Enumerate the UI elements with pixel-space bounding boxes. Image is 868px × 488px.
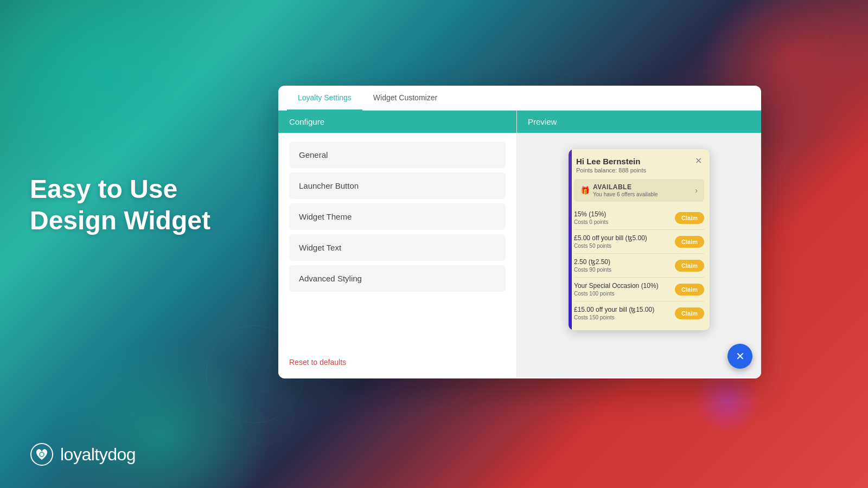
- logo-text: loyaltydog: [60, 445, 136, 465]
- claim-button-3[interactable]: Claim: [675, 284, 704, 296]
- offer-title-3: Your Special Occasion (10%): [574, 282, 675, 290]
- claim-button-4[interactable]: Claim: [675, 307, 704, 319]
- preview-content: Hi Lee Bernstein Points balance: 888 poi…: [517, 133, 761, 377]
- offer-row-2: 2.50 (ꜩ2.50) Costs 90 points Claim: [574, 254, 704, 278]
- offer-title-0: 15% (15%): [574, 210, 675, 218]
- float-close-icon: ✕: [736, 350, 745, 363]
- offer-row-1: £5.00 off your bill (ꜩ5.00) Costs 50 poi…: [574, 230, 704, 254]
- logo-icon: [30, 442, 54, 466]
- configure-panel: Configure General Launcher Button Widget…: [278, 111, 517, 377]
- menu-item-general[interactable]: General: [289, 142, 506, 168]
- offer-cost-1: Costs 50 points: [574, 243, 675, 249]
- offer-row-0: 15% (15%) Costs 0 points Claim: [574, 206, 704, 230]
- hero-line2: Design Widget: [30, 206, 210, 235]
- available-left: 🎁 AVAILABLE You have 6 offers available: [580, 183, 658, 197]
- offer-cost-4: Costs 150 points: [574, 314, 675, 320]
- claim-button-0[interactable]: Claim: [675, 212, 704, 224]
- float-close-button[interactable]: ✕: [727, 344, 752, 369]
- widget-points-balance: Points balance: 888 points: [576, 167, 646, 174]
- offer-info-0: 15% (15%) Costs 0 points: [574, 210, 675, 225]
- claim-button-2[interactable]: Claim: [675, 260, 704, 272]
- offer-title-2: 2.50 (ꜩ2.50): [574, 258, 675, 266]
- preview-title: Preview: [528, 117, 557, 126]
- widget-preview: Hi Lee Bernstein Points balance: 888 poi…: [569, 149, 710, 330]
- offer-title-1: £5.00 off your bill (ꜩ5.00): [574, 234, 675, 242]
- offer-info-3: Your Special Occasion (10%) Costs 100 po…: [574, 282, 675, 297]
- menu-item-launcher-button[interactable]: Launcher Button: [289, 172, 506, 199]
- offer-row-3: Your Special Occasion (10%) Costs 100 po…: [574, 278, 704, 301]
- offer-row-4: £15.00 off your bill (ꜩ15.00) Costs 150 …: [574, 301, 704, 325]
- offer-cost-2: Costs 90 points: [574, 267, 675, 273]
- preview-panel: Preview Hi Lee Bernstein Points balance:…: [517, 111, 761, 377]
- menu-item-widget-text[interactable]: Widget Text: [289, 234, 506, 261]
- hero-section: Easy to Use Design Widget: [30, 174, 210, 236]
- offers-list: 15% (15%) Costs 0 points Claim £5.00 off…: [569, 206, 710, 330]
- panel-body: Configure General Launcher Button Widget…: [278, 111, 761, 377]
- menu-item-advanced-styling[interactable]: Advanced Styling: [289, 265, 506, 292]
- widget-header: Hi Lee Bernstein Points balance: 888 poi…: [569, 149, 710, 179]
- offer-cost-0: Costs 0 points: [574, 219, 675, 225]
- offer-info-2: 2.50 (ꜩ2.50) Costs 90 points: [574, 258, 675, 273]
- menu-item-widget-theme[interactable]: Widget Theme: [289, 203, 506, 230]
- configure-title: Configure: [289, 117, 324, 126]
- widget-greeting-section: Hi Lee Bernstein Points balance: 888 poi…: [576, 157, 646, 174]
- menu-list: General Launcher Button Widget Theme Wid…: [278, 133, 516, 351]
- deco-circle-2: [239, 390, 293, 445]
- widget-greeting-text: Hi Lee Bernstein: [576, 157, 646, 166]
- available-sub: You have 6 offers available: [593, 191, 658, 197]
- configure-header: Configure: [278, 111, 516, 133]
- gift-icon: 🎁: [580, 186, 590, 195]
- hero-line1: Easy to Use: [30, 175, 177, 203]
- widget-available-section[interactable]: 🎁 AVAILABLE You have 6 offers available …: [574, 179, 704, 202]
- offer-title-4: £15.00 off your bill (ꜩ15.00): [574, 306, 675, 313]
- preview-header: Preview: [517, 111, 761, 133]
- logo: loyaltydog: [30, 442, 136, 466]
- offer-info-1: £5.00 off your bill (ꜩ5.00) Costs 50 poi…: [574, 234, 675, 249]
- tab-loyalty-settings[interactable]: Loyalty Settings: [287, 86, 362, 111]
- widget-close-icon[interactable]: ✕: [695, 157, 702, 165]
- blob-purple: [694, 369, 760, 434]
- main-panel: Loyalty Settings Widget Customizer Confi…: [278, 86, 761, 378]
- available-info: AVAILABLE You have 6 offers available: [593, 183, 658, 197]
- reset-defaults-link[interactable]: Reset to defaults: [278, 351, 516, 377]
- tab-widget-customizer[interactable]: Widget Customizer: [362, 86, 448, 111]
- offer-info-4: £15.00 off your bill (ꜩ15.00) Costs 150 …: [574, 306, 675, 320]
- offer-cost-3: Costs 100 points: [574, 291, 675, 297]
- chevron-right-icon: ›: [695, 186, 698, 195]
- claim-button-1[interactable]: Claim: [675, 236, 704, 248]
- widget-accent-bar: [569, 149, 572, 330]
- tabs-bar: Loyalty Settings Widget Customizer: [278, 86, 761, 111]
- available-label: AVAILABLE: [593, 183, 658, 191]
